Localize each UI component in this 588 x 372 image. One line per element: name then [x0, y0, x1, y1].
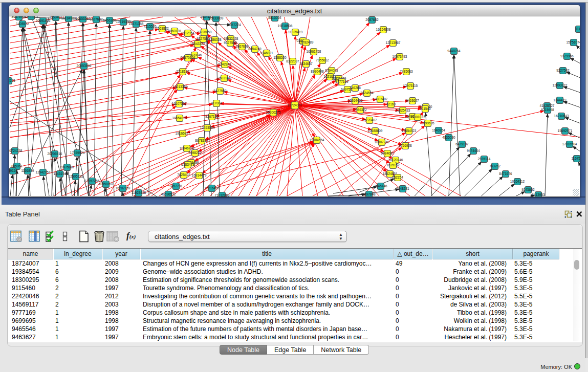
svg-text:6479197: 6479197	[455, 142, 469, 146]
svg-text:12975115: 12975115	[403, 84, 418, 87]
svg-text:9242848: 9242848	[218, 62, 231, 66]
svg-text:8990448: 8990448	[311, 70, 324, 73]
svg-text:1112: 1112	[575, 27, 580, 31]
svg-text:7986322: 7986322	[354, 108, 367, 112]
svg-text:7625402: 7625402	[177, 173, 190, 177]
svg-text:12213967: 12213967	[386, 41, 401, 45]
svg-text:7048281: 7048281	[396, 187, 409, 190]
svg-text:20053546: 20053546	[77, 64, 92, 68]
svg-text:17359924: 17359924	[70, 151, 85, 155]
svg-text:62160: 62160	[386, 102, 396, 106]
svg-text:9146821: 9146821	[260, 51, 273, 55]
svg-text:6697848: 6697848	[362, 192, 376, 196]
svg-text:10025433: 10025433	[396, 108, 410, 112]
svg-text:12505135: 12505135	[69, 174, 83, 178]
svg-text:8813054: 8813054	[268, 16, 281, 19]
svg-text:17957255: 17957255	[85, 179, 100, 183]
svg-text:16914479: 16914479	[192, 173, 207, 177]
svg-text:19218506: 19218506	[278, 24, 293, 28]
svg-text:25300275: 25300275	[266, 111, 281, 114]
svg-text:9699695: 9699695	[421, 121, 434, 125]
svg-text:10958107: 10958107	[99, 182, 114, 186]
svg-text:1156819: 1156819	[21, 169, 34, 172]
svg-text:18807249: 18807249	[375, 140, 389, 144]
svg-text:10655267: 10655267	[76, 17, 91, 20]
svg-text:1640954: 1640954	[432, 128, 445, 132]
svg-text:20364436: 20364436	[348, 99, 363, 102]
svg-text:2603144: 2603144	[217, 76, 231, 80]
svg-text:116753: 116753	[571, 157, 580, 160]
svg-text:22782489: 22782489	[299, 40, 314, 44]
svg-text:20691406: 20691406	[36, 19, 51, 23]
svg-text:19384554: 19384554	[310, 138, 324, 142]
svg-text:9327508: 9327508	[224, 41, 237, 45]
svg-text:252254: 252254	[392, 176, 403, 179]
svg-text:71012269: 71012269	[215, 193, 230, 196]
svg-text:16107552: 16107552	[172, 102, 187, 105]
svg-text:1845146: 1845146	[374, 184, 387, 188]
svg-text:9448764: 9448764	[447, 49, 461, 53]
svg-text:1527602: 1527602	[90, 17, 103, 21]
svg-text:8454749: 8454749	[248, 47, 262, 51]
svg-text:7515526: 7515526	[143, 25, 157, 28]
svg-text:8912954: 8912954	[181, 31, 194, 35]
svg-text:9129966: 9129966	[560, 54, 574, 58]
svg-text:16154808: 16154808	[376, 28, 391, 31]
svg-text:7955812: 7955812	[316, 58, 329, 62]
svg-text:19654923: 19654923	[402, 129, 417, 133]
svg-text:1559407: 1559407	[49, 16, 62, 19]
svg-text:6794028: 6794028	[325, 69, 338, 72]
svg-text:1244419: 1244419	[553, 98, 567, 102]
svg-text:3624554: 3624554	[360, 91, 374, 95]
svg-text:10654112: 10654112	[510, 180, 525, 183]
svg-text:15692971: 15692971	[558, 129, 573, 133]
svg-text:7485063: 7485063	[400, 70, 413, 73]
svg-text:8267130: 8267130	[205, 115, 219, 118]
svg-text:12213389: 12213389	[173, 85, 188, 89]
svg-text:763262: 763262	[489, 164, 500, 168]
svg-text:8322037: 8322037	[286, 59, 299, 63]
svg-text:15720407: 15720407	[362, 118, 377, 122]
svg-text:6466160: 6466160	[103, 18, 116, 22]
svg-text:9327503: 9327503	[197, 37, 210, 40]
svg-text:18724007: 18724007	[288, 103, 302, 107]
svg-text:8186328: 8186328	[208, 38, 222, 41]
svg-text:23226058: 23226058	[197, 30, 212, 34]
svg-text:15716485: 15716485	[205, 186, 220, 190]
svg-text:9227542: 9227542	[556, 69, 570, 72]
svg-text:8427552: 8427552	[213, 89, 227, 93]
svg-text:9457791: 9457791	[169, 184, 183, 188]
svg-text:6413953: 6413953	[532, 193, 545, 196]
svg-text:10046786: 10046786	[180, 146, 194, 150]
svg-text:9777169: 9777169	[335, 80, 349, 83]
svg-text:2935114: 2935114	[478, 157, 491, 161]
svg-text:16184959: 16184959	[61, 16, 76, 20]
svg-text:2718126: 2718126	[176, 70, 189, 73]
svg-text:16210643: 16210643	[554, 114, 569, 118]
svg-text:9756928: 9756928	[399, 144, 412, 147]
svg-text:8960128: 8960128	[168, 29, 181, 33]
svg-text:5183473: 5183473	[181, 163, 194, 166]
svg-text:11325419: 11325419	[288, 30, 303, 34]
svg-text:911540: 911540	[420, 107, 431, 111]
svg-text:9245652: 9245652	[521, 188, 535, 191]
svg-text:39154: 39154	[9, 169, 17, 172]
svg-text:7663822: 7663822	[156, 27, 169, 30]
svg-text:10973493: 10973493	[393, 55, 407, 58]
svg-text:76724238: 76724238	[9, 149, 23, 152]
svg-text:12093872: 12093872	[553, 83, 568, 87]
svg-text:11923448: 11923448	[132, 191, 146, 194]
svg-text:2867608: 2867608	[235, 45, 249, 48]
svg-text:417004: 417004	[211, 101, 222, 105]
svg-text:16033809: 16033809	[209, 16, 224, 20]
svg-text:16120746: 16120746	[388, 158, 403, 162]
svg-text:3834657: 3834657	[299, 62, 313, 65]
svg-text:16782759: 16782759	[116, 186, 130, 190]
svg-text:746266: 746266	[350, 86, 361, 90]
svg-text:19166827: 19166827	[176, 132, 190, 135]
svg-text:09570154: 09570154	[181, 56, 195, 59]
svg-text:49696532: 49696532	[161, 192, 176, 196]
svg-text:8215998: 8215998	[541, 108, 554, 112]
svg-text:19975887: 19975887	[60, 165, 75, 169]
svg-text:12353594: 12353594	[200, 126, 215, 129]
